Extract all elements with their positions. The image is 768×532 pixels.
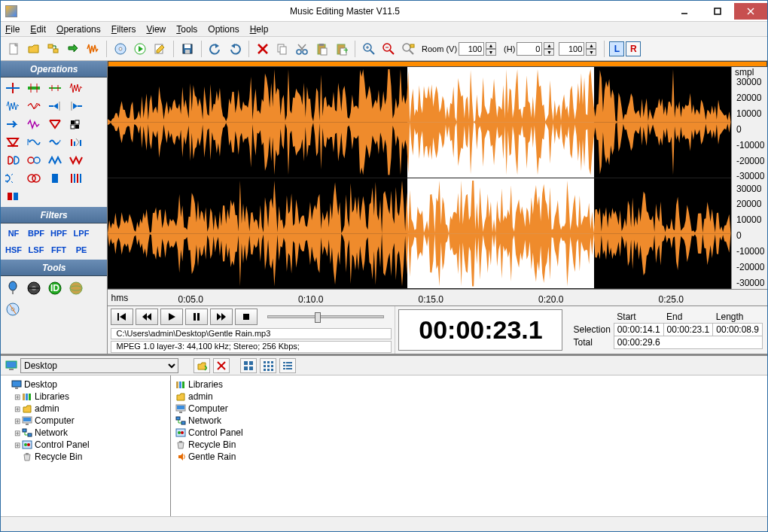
operation-icon-3[interactable] — [67, 81, 85, 96]
view-list-button[interactable] — [279, 358, 296, 373]
file-list[interactable]: LibrariesadminComputerNetworkControl Pan… — [171, 375, 767, 516]
view-small-icons-button[interactable] — [260, 358, 276, 373]
folder-tree[interactable]: Desktop⊞Libraries⊞admin⊞Computer⊞Network… — [1, 375, 171, 516]
channel-left-button[interactable]: L — [609, 41, 624, 56]
operation-icon-4[interactable] — [4, 99, 22, 114]
filter-nf[interactable]: NF — [4, 226, 23, 240]
pause-button[interactable] — [185, 309, 208, 325]
filter-hsf[interactable]: HSF — [4, 243, 23, 257]
file-row[interactable]: Recycle Bin — [175, 439, 763, 451]
expand-icon[interactable]: ⊞ — [13, 393, 22, 401]
operation-icon-8[interactable] — [4, 117, 22, 132]
open-icon[interactable] — [25, 40, 43, 58]
zoom-sel-icon[interactable] — [399, 40, 417, 58]
room-v-spinner[interactable]: ▲▼ — [486, 42, 496, 56]
file-row[interactable]: Gentle Rain — [175, 451, 763, 463]
filter-fft[interactable]: FFT — [49, 243, 69, 257]
zoom-out-icon[interactable] — [379, 40, 398, 58]
play-button[interactable] — [160, 309, 183, 325]
batch-icon[interactable] — [44, 40, 62, 58]
tool-icon-3[interactable] — [67, 279, 85, 297]
channel-right-button[interactable]: R — [626, 41, 641, 56]
operation-icon-20[interactable] — [4, 171, 22, 186]
browser-open-button[interactable] — [194, 358, 210, 373]
filter-lsf[interactable]: LSF — [26, 243, 46, 257]
stop-button[interactable] — [235, 309, 258, 325]
location-combo[interactable]: Desktop — [20, 358, 178, 373]
menu-options[interactable]: Options — [208, 24, 239, 35]
tree-item[interactable]: ⊞Computer — [2, 415, 169, 427]
operation-icon-21[interactable] — [25, 171, 43, 186]
operation-icon-17[interactable] — [25, 153, 43, 168]
minimize-button[interactable] — [668, 3, 701, 20]
wave-track-left[interactable] — [108, 67, 731, 178]
operation-icon-16[interactable] — [4, 153, 22, 168]
file-row[interactable]: Libraries — [175, 378, 763, 391]
operation-icon-24[interactable] — [4, 189, 22, 204]
file-row[interactable]: Control Panel — [175, 427, 763, 439]
volume-slider[interactable] — [267, 315, 384, 318]
operation-icon-0[interactable] — [4, 81, 22, 96]
operation-icon-13[interactable] — [25, 135, 43, 150]
expand-icon[interactable]: ⊞ — [13, 429, 22, 437]
zoom-in-icon[interactable] — [360, 40, 378, 58]
room-v-input[interactable] — [459, 42, 484, 56]
tree-item[interactable]: ⊞admin — [2, 403, 169, 415]
operation-icon-22[interactable] — [46, 171, 64, 186]
file-row[interactable]: Network — [175, 415, 763, 427]
operation-icon-15[interactable] — [67, 135, 85, 150]
copy-icon[interactable] — [273, 40, 291, 58]
menu-edit[interactable]: Edit — [30, 24, 46, 35]
room-h1-spinner[interactable]: ▲▼ — [544, 42, 554, 56]
operation-icon-6[interactable] — [46, 99, 64, 114]
cut-icon[interactable] — [293, 40, 311, 58]
menu-file[interactable]: File — [5, 24, 20, 35]
view-large-icons-button[interactable] — [240, 358, 257, 373]
expand-icon[interactable]: ⊞ — [13, 417, 22, 425]
undo-icon[interactable] — [206, 40, 224, 58]
operation-icon-9[interactable] — [25, 117, 43, 132]
filter-hpf[interactable]: HPF — [49, 226, 69, 240]
paste-icon[interactable] — [312, 40, 331, 58]
operation-icon-1[interactable] — [25, 81, 43, 96]
operation-icon-18[interactable] — [46, 153, 64, 168]
expand-icon[interactable]: ⊞ — [13, 405, 22, 413]
convert-icon[interactable] — [64, 40, 82, 58]
tree-item[interactable]: ⊞Control Panel — [2, 439, 169, 451]
operation-icon-14[interactable] — [46, 135, 64, 150]
maximize-button[interactable] — [701, 3, 734, 20]
tool-icon-2[interactable]: ID — [46, 279, 64, 297]
edit-icon[interactable] — [151, 40, 169, 58]
rewind-button[interactable] — [136, 309, 158, 325]
operation-icon-12[interactable] — [4, 135, 22, 150]
expand-icon[interactable]: ⊞ — [13, 441, 22, 449]
wave-track-right[interactable] — [108, 178, 731, 290]
close-button[interactable] — [734, 3, 767, 20]
marker-bar[interactable] — [108, 61, 767, 67]
wave-icon[interactable] — [84, 40, 102, 58]
redo-icon[interactable] — [226, 40, 244, 58]
room-h1-input[interactable] — [517, 42, 542, 56]
menu-operations[interactable]: Operations — [56, 24, 101, 35]
operation-icon-19[interactable] — [67, 153, 85, 168]
room-h2-spinner[interactable]: ▲▼ — [586, 42, 596, 56]
tool-icon-0[interactable] — [4, 279, 22, 297]
tool-icon-4[interactable] — [4, 300, 22, 318]
tool-icon-1[interactable] — [25, 279, 43, 297]
operation-icon-5[interactable] — [25, 99, 43, 114]
operation-icon-23[interactable] — [67, 171, 85, 186]
operation-icon-7[interactable] — [67, 99, 85, 114]
filter-bpf[interactable]: BPF — [26, 226, 46, 240]
paste-new-icon[interactable]: + — [332, 40, 350, 58]
room-h2-input[interactable] — [559, 42, 584, 56]
operation-icon-11[interactable] — [67, 117, 85, 132]
operation-icon-10[interactable] — [46, 117, 64, 132]
menu-view[interactable]: View — [146, 24, 166, 35]
operation-icon-2[interactable] — [46, 81, 64, 96]
tree-item[interactable]: Desktop — [2, 378, 169, 391]
cd-icon[interactable] — [111, 40, 130, 58]
browser-delete-button[interactable] — [213, 358, 230, 373]
tree-item[interactable]: Recycle Bin — [2, 451, 169, 463]
menu-tools[interactable]: Tools — [176, 24, 197, 35]
forward-button[interactable] — [210, 309, 233, 325]
